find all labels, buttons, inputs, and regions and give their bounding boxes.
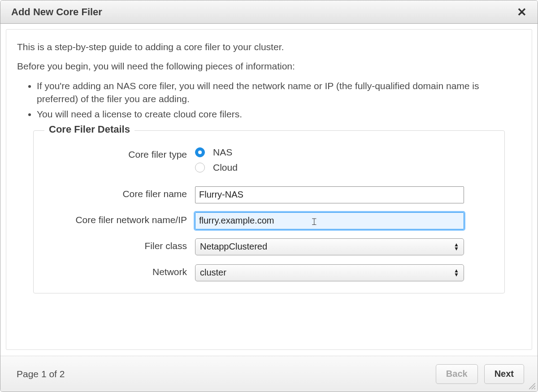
input-core-filer-network-name[interactable]	[195, 212, 464, 229]
radio-option-nas[interactable]: NAS	[195, 147, 486, 158]
intro-text: This is a step-by-step guide to adding a…	[17, 40, 521, 121]
row-core-filer-name: Core filer name	[52, 186, 486, 203]
label-core-filer-name: Core filer name	[52, 186, 195, 200]
label-network: Network	[52, 264, 195, 278]
dialog-title: Add New Core Filer	[11, 6, 102, 18]
row-core-filer-network-name: Core filer network name/IP 𝙸	[52, 212, 486, 229]
radio-label-cloud: Cloud	[213, 162, 238, 173]
select-filer-class[interactable]: NetappClustered ▲▼	[195, 238, 464, 255]
select-network[interactable]: cluster ▲▼	[195, 264, 464, 281]
select-value: NetappClustered	[200, 241, 267, 252]
radio-label-nas: NAS	[213, 147, 232, 158]
resize-grip-icon[interactable]	[528, 382, 536, 390]
titlebar: Add New Core Filer ✕	[0, 0, 538, 24]
page-indicator: Page 1 of 2	[17, 369, 65, 379]
chevron-updown-icon: ▲▼	[454, 269, 459, 276]
radio-option-cloud[interactable]: Cloud	[195, 162, 486, 173]
row-core-filer-type: Core filer type NAS Cloud	[52, 147, 486, 177]
next-button[interactable]: Next	[484, 364, 524, 384]
select-value: cluster	[200, 267, 226, 278]
intro-bullet-1: If you're adding an NAS core filer, you …	[37, 79, 521, 106]
dialog-body: This is a step-by-step guide to adding a…	[6, 29, 532, 350]
chevron-updown-icon: ▲▼	[454, 243, 459, 250]
row-network: Network cluster ▲▼	[52, 264, 486, 281]
label-core-filer-network-name: Core filer network name/IP	[52, 212, 195, 226]
intro-line-1: This is a step-by-step guide to adding a…	[17, 40, 521, 53]
intro-bullet-2: You will need a license to create cloud …	[37, 108, 521, 121]
label-filer-class: Filer class	[52, 238, 195, 252]
dialog-footer: Page 1 of 2 Back Next	[0, 356, 538, 392]
fieldset-core-filer-details: Core Filer Details Core filer type NAS C…	[33, 130, 505, 293]
row-filer-class: Filer class NetappClustered ▲▼	[52, 238, 486, 255]
close-icon[interactable]: ✕	[514, 4, 529, 20]
radio-icon	[195, 147, 205, 157]
back-button[interactable]: Back	[436, 364, 478, 384]
fieldset-legend: Core Filer Details	[44, 124, 134, 135]
radio-icon	[195, 163, 205, 172]
dialog-add-core-filer: Add New Core Filer ✕ This is a step-by-s…	[0, 0, 538, 392]
input-core-filer-name[interactable]	[195, 186, 464, 203]
intro-line-2: Before you begin, you will need the foll…	[17, 60, 521, 73]
label-core-filer-type: Core filer type	[52, 147, 195, 160]
svg-line-2	[534, 388, 535, 389]
